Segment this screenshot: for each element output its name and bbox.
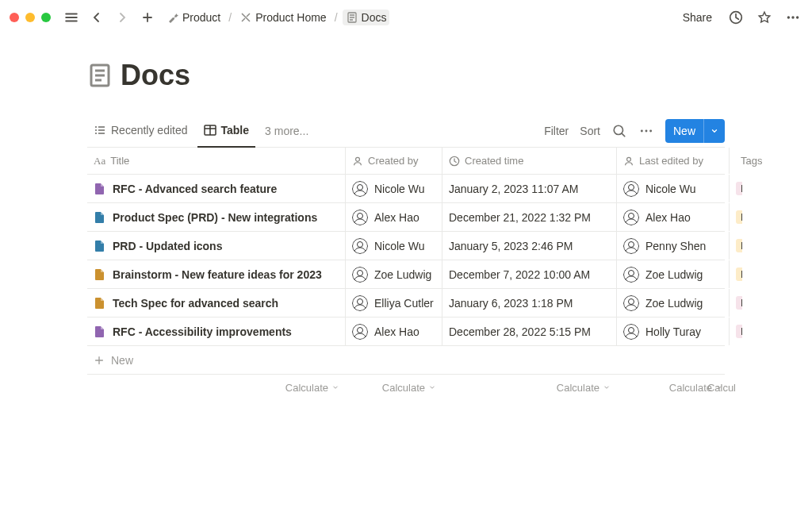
user-name: Nicole Wu xyxy=(374,183,425,195)
menu-icon[interactable] xyxy=(62,8,81,27)
breadcrumb-docs[interactable]: Docs xyxy=(343,10,390,25)
view-tab-recently-edited[interactable]: Recently edited xyxy=(87,114,194,148)
column-created-time[interactable]: Created time xyxy=(442,148,617,174)
cell-title[interactable]: Product Spec (PRD) - New integrations xyxy=(87,203,346,231)
updates-icon[interactable] xyxy=(726,8,745,27)
cell-tags[interactable]: Product xyxy=(730,260,742,288)
avatar xyxy=(623,238,639,254)
table-row[interactable]: Product Spec (PRD) - New integrations Al… xyxy=(87,203,725,232)
table-header: Aa Title Created by Created time Last ed… xyxy=(87,148,725,175)
cell-title[interactable]: Tech Spec for advanced search xyxy=(87,289,346,317)
new-button[interactable]: New xyxy=(665,119,725,143)
calculate-title[interactable]: Calculate xyxy=(87,375,346,400)
svg-point-14 xyxy=(645,129,648,132)
svg-point-8 xyxy=(787,16,790,18)
avatar xyxy=(352,210,368,225)
cell-created-by[interactable]: Nicole Wu xyxy=(346,175,442,202)
tag: Product xyxy=(736,239,742,252)
chevron-down-icon[interactable] xyxy=(703,119,725,143)
add-row[interactable]: New xyxy=(87,346,725,375)
tag: Product xyxy=(736,267,742,281)
cell-created-by[interactable]: Nicole Wu xyxy=(346,232,442,260)
new-tab-button[interactable] xyxy=(138,8,157,27)
cell-last-edited-by[interactable]: Holly Turay xyxy=(617,318,730,345)
cell-title[interactable]: RFC - Accessibility improvements xyxy=(87,318,346,345)
list-icon xyxy=(94,124,106,137)
avatar xyxy=(623,267,639,283)
table-body: RFC - Advanced search feature Nicole Wu … xyxy=(87,175,725,346)
cell-created-by[interactable]: Zoe Ludwig xyxy=(346,260,442,288)
cell-created-time[interactable]: January 2, 2023 11:07 AM xyxy=(442,175,617,202)
cell-title[interactable]: Brainstorm - New feature ideas for 2023 xyxy=(87,260,346,288)
row-title: Product Spec (PRD) - New integrations xyxy=(113,211,317,224)
cell-created-by[interactable]: Alex Hao xyxy=(346,203,442,231)
cell-last-edited-by[interactable]: Nicole Wu xyxy=(617,175,730,202)
table-row[interactable]: Tech Spec for advanced search Elliya Cut… xyxy=(87,289,725,318)
user-name: Holly Turay xyxy=(645,325,701,338)
cell-last-edited-by[interactable]: Zoe Ludwig xyxy=(617,289,730,317)
user-name: Alex Hao xyxy=(374,211,419,224)
calculate-created-time[interactable]: Calculate xyxy=(442,375,617,400)
cell-tags[interactable]: Engineering xyxy=(730,289,742,317)
cell-created-time[interactable]: December 7, 2022 10:00 AM xyxy=(442,260,617,288)
svg-point-15 xyxy=(649,129,652,132)
person-icon xyxy=(623,156,634,167)
page-title: Docs xyxy=(121,59,190,92)
more-views[interactable]: 3 more... xyxy=(259,120,315,142)
cell-created-time[interactable]: January 5, 2023 2:46 PM xyxy=(442,232,617,260)
cell-created-by[interactable]: Alex Hao xyxy=(346,318,442,345)
more-icon[interactable] xyxy=(783,8,802,27)
avatar xyxy=(352,324,368,340)
timestamp: December 7, 2022 10:00 AM xyxy=(449,268,590,281)
breadcrumb-product-home[interactable]: Product Home xyxy=(236,10,329,25)
timestamp: January 2, 2023 11:07 AM xyxy=(449,183,578,195)
column-label: Created by xyxy=(368,155,419,167)
close-window[interactable] xyxy=(10,13,19,22)
filter-button[interactable]: Filter xyxy=(544,125,569,137)
back-button[interactable] xyxy=(87,8,106,27)
cell-title[interactable]: PRD - Updated icons xyxy=(87,232,346,260)
favorite-icon[interactable] xyxy=(755,8,774,27)
cell-created-time[interactable]: December 28, 2022 5:15 PM xyxy=(442,318,617,345)
cell-created-by[interactable]: Elliya Cutler xyxy=(346,289,442,317)
avatar xyxy=(623,295,639,311)
avatar xyxy=(352,238,368,254)
column-title[interactable]: Aa Title xyxy=(87,148,346,174)
table-row[interactable]: PRD - Updated icons Nicole Wu January 5,… xyxy=(87,232,725,260)
cell-created-time[interactable]: January 6, 2023 1:18 PM xyxy=(442,289,617,317)
timestamp: December 28, 2022 5:15 PM xyxy=(449,325,591,338)
tag: Engineering xyxy=(736,182,742,195)
table-row[interactable]: RFC - Advanced search feature Nicole Wu … xyxy=(87,175,725,203)
cell-created-time[interactable]: December 21, 2022 1:32 PM xyxy=(442,203,617,231)
cell-last-edited-by[interactable]: Alex Hao xyxy=(617,203,730,231)
chevron-down-icon xyxy=(331,383,339,391)
table-row[interactable]: Brainstorm - New feature ideas for 2023 … xyxy=(87,260,725,289)
column-created-by[interactable]: Created by xyxy=(346,148,442,174)
user-name: Zoe Ludwig xyxy=(645,268,703,281)
cell-tags[interactable]: Engineering xyxy=(730,175,742,202)
search-icon[interactable] xyxy=(611,123,627,139)
column-tags[interactable]: Tags xyxy=(730,148,742,174)
cell-last-edited-by[interactable]: Penny Shen xyxy=(617,232,730,260)
table-row[interactable]: RFC - Accessibility improvements Alex Ha… xyxy=(87,318,725,346)
minimize-window[interactable] xyxy=(25,13,35,22)
view-tab-table[interactable]: Table xyxy=(197,114,256,148)
cell-last-edited-by[interactable]: Zoe Ludwig xyxy=(617,260,730,288)
table-icon xyxy=(204,124,216,137)
cell-tags[interactable]: Product xyxy=(730,232,742,260)
maximize-window[interactable] xyxy=(41,13,51,22)
share-button[interactable]: Share xyxy=(678,8,717,27)
avatar xyxy=(623,324,639,340)
sort-button[interactable]: Sort xyxy=(580,125,600,137)
user-name: Elliya Cutler xyxy=(374,297,434,310)
cell-tags[interactable]: Product xyxy=(730,203,742,231)
doc-icon xyxy=(346,11,358,24)
view-options-icon[interactable] xyxy=(638,123,654,139)
cell-title[interactable]: RFC - Advanced search feature xyxy=(87,175,346,202)
forward-button[interactable] xyxy=(113,8,132,27)
calculate-tags[interactable]: Calcul xyxy=(730,375,742,400)
breadcrumb-product[interactable]: Product xyxy=(163,10,224,25)
column-last-edited-by[interactable]: Last edited by xyxy=(617,148,730,174)
calculate-created-by[interactable]: Calculate xyxy=(346,375,442,400)
cell-tags[interactable]: Engineering xyxy=(730,318,742,345)
